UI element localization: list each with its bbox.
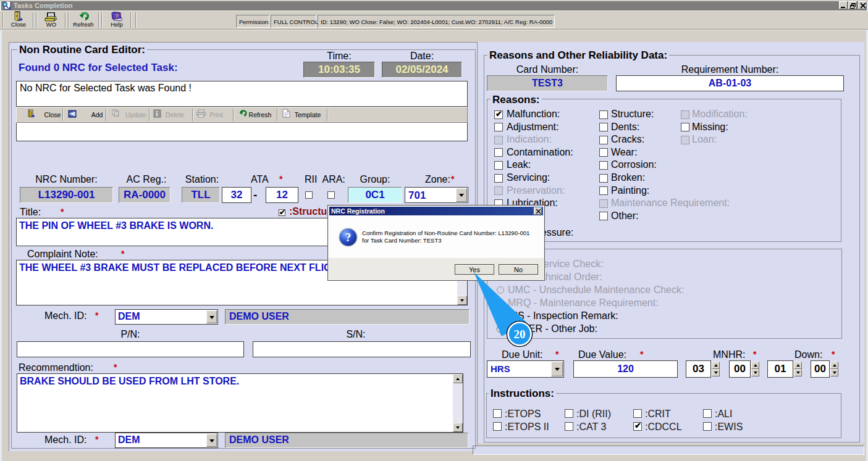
svg-text:20: 20 [514, 328, 526, 341]
svg-text:?: ? [345, 231, 352, 244]
